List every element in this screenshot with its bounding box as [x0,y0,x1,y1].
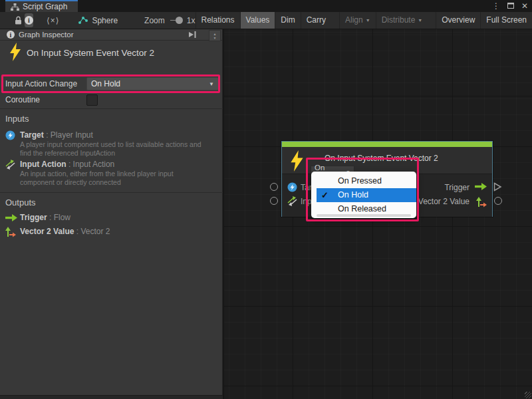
overview-button[interactable]: Overview [436,12,480,29]
dim-button[interactable]: Dim [275,12,300,29]
zoom-level: 1x [187,16,196,25]
output-doc-vector2: Vector 2 Value : Vector 2 [20,227,110,236]
relations-button[interactable]: Relations [196,12,240,29]
divider [0,108,223,109]
coroutine-label: Coroutine [5,95,40,104]
align-button: Align▼ [339,12,376,29]
trigger-port-icon [475,183,487,190]
dock-icon[interactable] [188,31,197,41]
panel-spinner[interactable]: ▲ ▼ [209,30,221,41]
port-label: Trigger [444,183,469,192]
input-action-description: An input action, either from the linked … [20,170,174,187]
info-icon: i [7,31,15,39]
code-icon: ⟨×⟩ [47,16,59,25]
output-port-vector2[interactable] [494,197,502,205]
output-port-trigger[interactable] [493,182,502,192]
target-port-icon [5,130,15,140]
action-dropdown-menu: On Pressed ✓ On Hold On Released [311,172,416,218]
trigger-port-icon [5,214,17,221]
code-preview-button[interactable]: ⟨×⟩ [47,13,59,27]
more-icon[interactable]: ⋮ [492,0,500,12]
panel-footer [0,395,223,399]
spinner-down-icon[interactable]: ▼ [213,36,217,40]
input-action-port-icon [287,196,297,206]
event-bolt-icon [9,43,21,61]
input-action-port-icon [5,160,15,170]
graph-breadcrumb[interactable]: Sphere [74,12,122,29]
tab-label: Script Graph [23,2,67,11]
target-description: A player input component used to list av… [20,140,201,158]
full-screen-button[interactable]: Full Screen [480,12,532,29]
input-action-change-label: Input Action Change [5,79,77,88]
input-doc-input-action: Input Action : Input Action [20,160,114,169]
coroutine-checkbox[interactable] [86,94,98,106]
lock-icon [15,16,22,25]
vector2-port-icon [5,227,16,237]
lock-button[interactable] [15,13,22,27]
chevron-down-icon: ▼ [418,18,422,23]
graph-canvas[interactable]: On Input System Event Vector 2 On Hold ▼… [223,29,532,399]
input-port-input-action[interactable] [270,197,278,205]
chevron-down-icon: ▼ [209,81,214,87]
node-selected-bar [282,142,492,147]
close-icon[interactable]: ✕ [521,0,528,12]
resize-grip[interactable] [525,392,531,398]
inspector-header[interactable]: i Graph Inspector ▲ ▼ [0,29,222,41]
graph-inspector-panel: i Graph Inspector ▲ ▼ On Input System Ev… [0,29,223,395]
zoom-slider-handle[interactable] [176,17,183,24]
event-bolt-icon [290,150,304,172]
outputs-section-title: Outputs [5,198,36,207]
menu-scroll-strip [317,214,411,217]
maximize-icon[interactable] [507,0,514,12]
chevron-down-icon: ▼ [366,18,370,23]
inspector-title: Graph Inspector [19,31,73,39]
menu-item-on-pressed[interactable]: On Pressed [311,174,416,188]
info-icon: i [25,16,33,25]
zoom-label: Zoom [144,16,165,25]
inspector-toggle-button[interactable]: i [25,13,33,27]
input-action-change-dropdown[interactable]: On Hold ▼ [86,77,219,90]
node-header[interactable]: On Input System Event Vector 2 On Hold ▼ [282,147,492,174]
values-button[interactable]: Values [240,12,275,29]
zoom-slider[interactable] [170,20,182,21]
dropdown-value: On Hold [91,79,120,88]
menu-item-on-hold[interactable]: ✓ On Hold [317,188,416,202]
divider [0,192,223,193]
sphere-graph-icon [78,16,88,25]
carry-button[interactable]: Carry [301,12,331,29]
input-port-target[interactable] [270,183,278,191]
target-port-icon [287,182,297,192]
tab-script-graph[interactable]: Script Graph [5,0,78,12]
toolbar-button-group: Relations Values Dim Carry Align▼ Distri… [196,12,532,29]
script-graph-window: Script Graph ⋮ ✕ i ⟨×⟩ [0,0,532,399]
breadcrumb-label: Sphere [92,16,118,25]
distribute-button: Distribute▼ [376,12,428,29]
title-bar: Script Graph ⋮ ✕ [0,0,532,12]
graph-toolbar: i ⟨×⟩ Sphere Zoom 1x Relations Values Di… [0,12,532,29]
inputs-section-title: Inputs [5,114,29,124]
vector2-port-icon [476,197,487,207]
graph-icon [11,3,19,11]
node-title: On Input System Event Vector 2 [325,154,438,163]
output-doc-trigger: Trigger : Flow [20,213,70,222]
inspected-node-title: On Input System Event Vector 2 [27,48,154,58]
input-doc-target: Target : Player Input [20,130,93,140]
check-icon: ✓ [321,188,329,202]
port-label: Vector 2 Value [418,197,469,206]
